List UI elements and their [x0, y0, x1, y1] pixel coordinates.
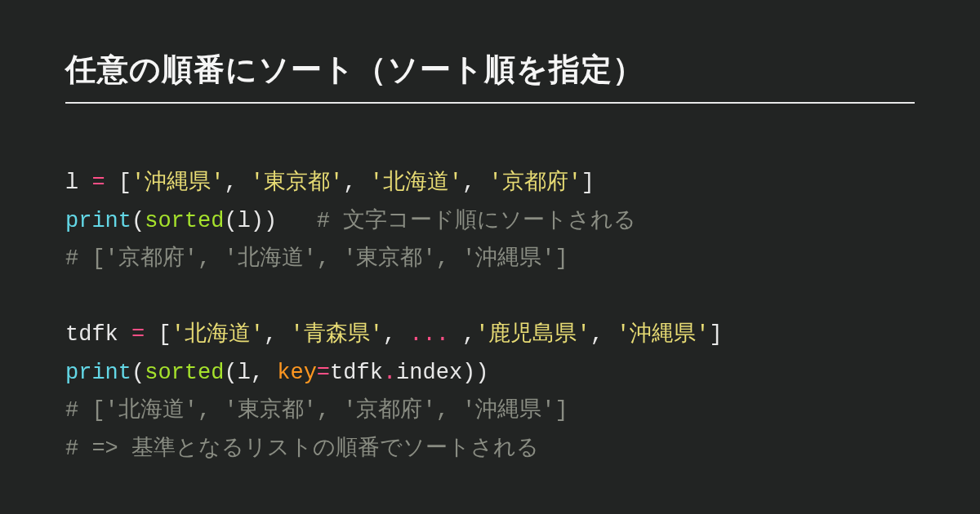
code-token: .: [383, 361, 396, 385]
code-comment: # ['京都府', '北海道', '東京都', '沖縄県']: [65, 246, 568, 271]
code-token: (l,: [224, 361, 277, 385]
code-token: ]: [581, 171, 595, 195]
code-token: '青森県': [290, 322, 382, 347]
slide-title: 任意の順番にソート（ソート順を指定）: [65, 49, 915, 104]
code-line: # ['京都府', '北海道', '東京都', '沖縄県']: [65, 246, 568, 271]
code-token: '東京都': [251, 171, 343, 195]
code-token: sorted: [145, 209, 224, 233]
code-token: key: [277, 361, 317, 385]
code-token: ,: [449, 322, 475, 347]
code-token: '北海道': [172, 322, 264, 347]
code-line: tdfk = ['北海道', '青森県', ... ,'鹿児島県', '沖縄県'…: [65, 322, 723, 347]
slide-container: 任意の順番にソート（ソート順を指定） l = ['沖縄県', '東京都', '北…: [0, 0, 980, 500]
code-token: print: [65, 361, 131, 385]
code-token: (l)): [224, 209, 316, 233]
code-token: ,: [224, 171, 250, 195]
code-token: sorted: [145, 361, 224, 385]
code-line: l = ['沖縄県', '東京都', '北海道', '京都府']: [65, 171, 595, 195]
code-token: =: [317, 361, 330, 385]
code-line: # ['北海道', '東京都', '京都府', '沖縄県']: [65, 398, 568, 423]
code-token: tdfk: [65, 322, 131, 347]
code-token: ,: [462, 171, 488, 195]
code-token: ,: [343, 171, 369, 195]
code-token: =: [91, 171, 105, 195]
code-token: '鹿児島県': [475, 322, 590, 347]
code-token: =: [131, 322, 145, 347]
code-token: '沖縄県': [617, 322, 709, 347]
code-token: [: [105, 171, 131, 195]
code-token: ,: [264, 322, 290, 347]
code-token: ,: [590, 322, 617, 347]
code-token: '沖縄県': [131, 171, 224, 195]
code-token: '北海道': [370, 171, 462, 195]
code-line: print(sorted(l, key=tdfk.index)): [65, 361, 489, 385]
code-token: ]: [709, 322, 722, 347]
code-block: l = ['沖縄県', '東京都', '北海道', '京都府'] print(s…: [65, 126, 915, 467]
code-line: print(sorted(l)) # 文字コード順にソートされる: [65, 209, 636, 233]
code-token: ,: [383, 322, 409, 347]
code-token: '京都府': [488, 171, 581, 195]
code-token: index)): [396, 361, 488, 385]
code-token: (: [131, 209, 145, 233]
code-comment: # 文字コード順にソートされる: [317, 209, 636, 233]
code-comment: # => 基準となるリストの順番でソートされる: [65, 436, 539, 461]
code-line: # => 基準となるリストの順番でソートされる: [65, 436, 539, 461]
code-token: print: [65, 209, 131, 233]
code-token: tdfk: [330, 361, 383, 385]
code-token: (: [131, 361, 145, 385]
code-comment: # ['北海道', '東京都', '京都府', '沖縄県']: [65, 398, 568, 423]
code-token: [: [145, 322, 171, 347]
code-token: l: [65, 171, 91, 195]
code-token: ...: [409, 322, 449, 347]
